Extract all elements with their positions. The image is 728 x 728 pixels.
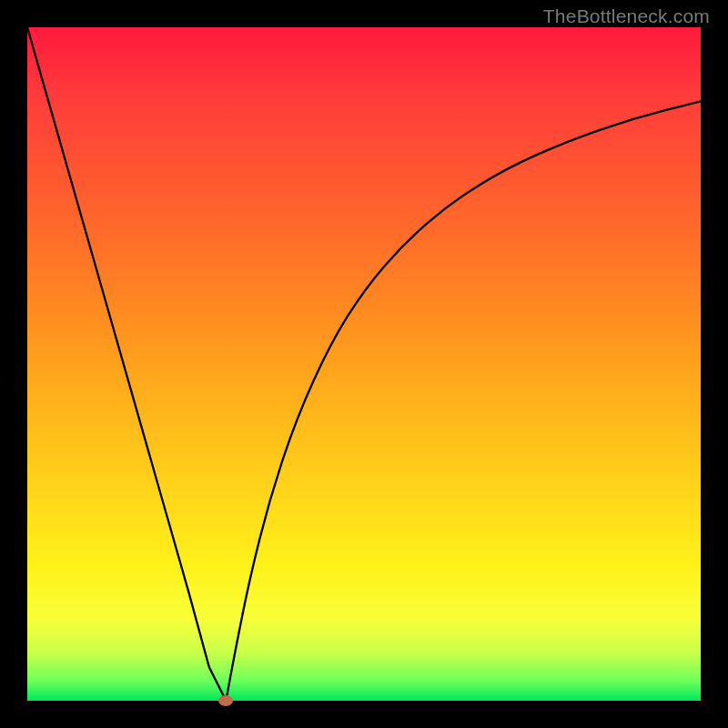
curve-path xyxy=(27,27,701,701)
plot-area xyxy=(27,27,701,701)
minimum-dot xyxy=(218,695,233,706)
watermark-text: TheBottleneck.com xyxy=(543,5,710,27)
bottleneck-curve xyxy=(27,27,701,701)
chart-frame: TheBottleneck.com xyxy=(0,0,728,728)
